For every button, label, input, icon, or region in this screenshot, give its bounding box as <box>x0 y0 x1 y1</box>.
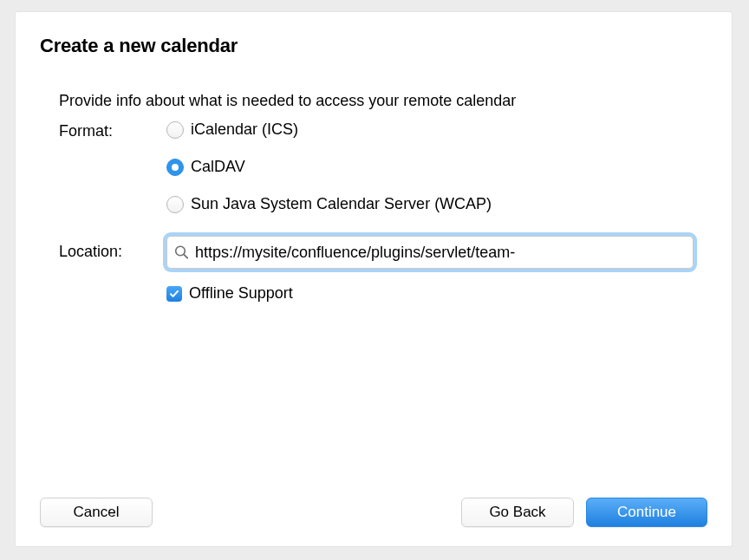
offline-support-label: Offline Support <box>189 284 293 303</box>
dialog-description: Provide info about what is needed to acc… <box>59 92 707 110</box>
continue-button[interactable]: Continue <box>586 498 707 527</box>
form-grid: Format: iCalendar (ICS) CalDAV Sun Java … <box>59 120 707 303</box>
radio-icon <box>166 196 184 213</box>
checkbox-icon <box>166 286 182 302</box>
dialog-title: Create a new calendar <box>40 35 707 57</box>
format-label: Format: <box>59 120 146 140</box>
location-field-wrap <box>166 236 707 269</box>
format-option-caldav[interactable]: CalDAV <box>166 158 707 176</box>
format-option-label: Sun Java System Calendar Server (WCAP) <box>191 195 492 213</box>
format-option-wcap[interactable]: Sun Java System Calendar Server (WCAP) <box>166 195 707 213</box>
format-option-label: CalDAV <box>191 158 245 176</box>
button-bar: Cancel Go Back Continue <box>40 498 707 527</box>
format-radio-group: iCalendar (ICS) CalDAV Sun Java System C… <box>166 120 707 213</box>
format-option-label: iCalendar (ICS) <box>191 120 298 139</box>
offline-support-row[interactable]: Offline Support <box>166 284 707 303</box>
location-input[interactable] <box>166 236 694 269</box>
radio-icon <box>166 121 184 139</box>
go-back-button[interactable]: Go Back <box>461 498 574 527</box>
cancel-button[interactable]: Cancel <box>40 498 153 527</box>
location-label: Location: <box>59 236 146 261</box>
format-option-ics[interactable]: iCalendar (ICS) <box>166 120 707 139</box>
radio-icon <box>166 159 184 176</box>
dialog-panel: Create a new calendar Provide info about… <box>16 12 732 546</box>
